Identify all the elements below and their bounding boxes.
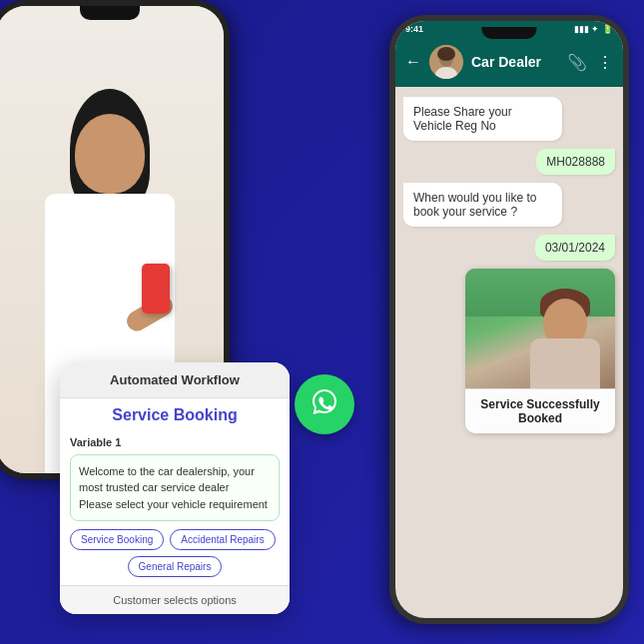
welcome-text: Welcome to the car dealership, your most… — [79, 463, 271, 496]
message-bubble-1: Please Share your Vehicle Reg No — [403, 97, 562, 141]
message-bubble-2: MH028888 — [536, 149, 615, 175]
more-options-icon[interactable]: ⋮ — [597, 53, 613, 72]
chat-header: ← Car Dealer 📎 ⋮ — [395, 37, 623, 87]
chat-contact-name: Car Dealer — [471, 54, 559, 70]
success-banner: Service Successfully Booked — [465, 388, 615, 433]
whatsapp-icon — [309, 386, 340, 423]
car-woman — [525, 279, 605, 388]
chat-header-icons: 📎 ⋮ — [567, 53, 613, 72]
woman-head — [75, 114, 145, 194]
button-row-1: Service Booking Accidental Repairs — [70, 529, 280, 550]
service-booking-button[interactable]: Service Booking — [70, 529, 164, 550]
accidental-repairs-button[interactable]: Accidental Repairs — [170, 529, 275, 550]
back-button[interactable]: ← — [405, 53, 421, 71]
success-image-bubble: Service Successfully Booked — [465, 269, 615, 433]
left-phone-notch — [80, 6, 140, 20]
button-row-2: General Repairs — [70, 556, 280, 577]
success-message: Service Successfully Booked — [480, 397, 599, 425]
chat-body: Please Share your Vehicle Reg No MH02888… — [395, 87, 623, 618]
workflow-header: Automated Workflow — [60, 362, 290, 398]
right-phone: 9:41 ▮▮▮ ✦ 🔋 ← Car Dealer 📎 ⋮ — [389, 15, 629, 624]
woman-phone-prop — [142, 264, 170, 314]
message-bubble-3: When would you like to book your service… — [403, 183, 562, 227]
workflow-footer: Customer selects options — [60, 585, 290, 614]
workflow-title: Service Booking — [60, 398, 290, 428]
svg-point-2 — [437, 47, 455, 61]
workflow-card: Automated Workflow Service Booking Varia… — [60, 362, 290, 615]
message-bubble-4: 03/01/2024 — [535, 235, 615, 261]
general-repairs-button[interactable]: General Repairs — [128, 556, 223, 577]
right-phone-screen: 9:41 ▮▮▮ ✦ 🔋 ← Car Dealer 📎 ⋮ — [395, 21, 623, 618]
variable-box: Welcome to the car dealership, your most… — [70, 454, 280, 522]
workflow-header-label: Automated Workflow — [110, 372, 240, 387]
car-woman-body — [530, 338, 600, 388]
attach-icon[interactable]: 📎 — [567, 53, 587, 72]
status-icons: ▮▮▮ ✦ 🔋 — [574, 24, 613, 34]
car-image — [465, 269, 615, 388]
chat-avatar-image — [429, 45, 463, 79]
select-text: Please select your vehicle requirement — [79, 496, 271, 513]
whatsapp-button[interactable] — [295, 374, 354, 434]
workflow-body: Variable 1 Welcome to the car dealership… — [60, 428, 290, 586]
status-time: 9:41 — [405, 24, 423, 34]
chat-avatar — [429, 45, 463, 79]
right-phone-notch — [482, 27, 537, 39]
footer-text: Customer selects options — [113, 594, 237, 606]
variable-label: Variable 1 — [70, 436, 280, 448]
